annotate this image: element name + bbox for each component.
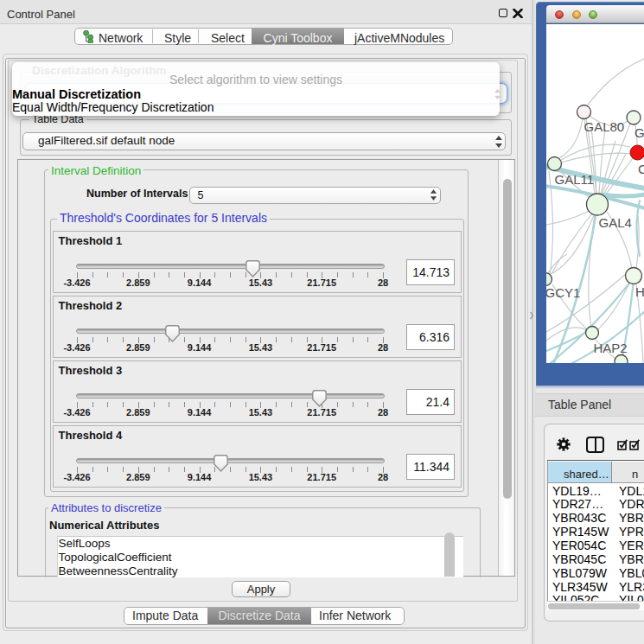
svg-text:G.: G. [634,125,644,140]
svg-text:H: H [635,284,644,299]
svg-text:GAL11: GAL11 [555,172,595,187]
svg-text:C: C [638,162,644,176]
svg-text:GAL4: GAL4 [599,215,632,230]
svg-text:HAP2: HAP2 [594,341,628,355]
svg-text:GCY1: GCY1 [546,285,580,300]
svg-text:GAL80: GAL80 [584,119,625,134]
